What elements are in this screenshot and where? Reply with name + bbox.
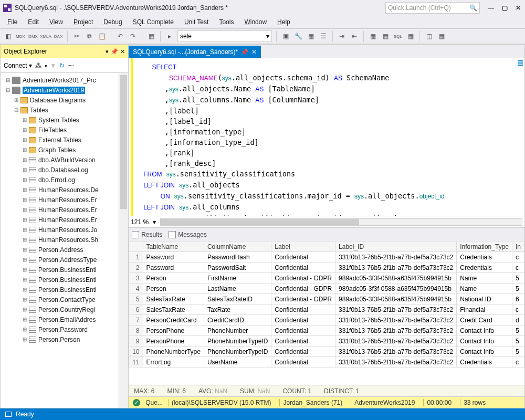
tree-node[interactable]: ⊞Person.Password [2,324,127,334]
expand-toggle[interactable]: ⊞ [22,307,28,312]
expand-toggle[interactable]: ⊞ [22,167,28,173]
tree-node[interactable]: ⊞Person.EmailAddres [2,314,127,324]
menu-edit[interactable]: Edit [24,17,43,27]
toolbar-icon[interactable]: ▦ [437,32,446,41]
tree-node[interactable]: ⊞Database Diagrams [2,95,127,105]
tree-node[interactable]: ⊟Tables [2,105,127,115]
expand-toggle[interactable]: ⊞ [22,127,28,133]
table-row[interactable]: 10PhoneNumberTypePhoneNumberTypeIDConfid… [129,346,524,357]
toolbar-icon[interactable]: ▪ [45,62,47,69]
tree-node[interactable]: ⊞HumanResources.De [2,185,127,195]
toolbar-icon[interactable]: ◧ [3,32,13,41]
toolbar-icon[interactable]: ⁂ [35,62,41,69]
expand-toggle[interactable]: ⊟ [5,87,11,93]
tree-node[interactable]: ⊞Person.CountryRegi [2,304,127,314]
expand-toggle[interactable]: ⊞ [22,197,28,203]
connect-button[interactable]: Connect ▾ [4,62,32,69]
toolbar-icon[interactable]: ▦ [306,32,316,41]
toolbar-icon[interactable]: ▦ [368,32,377,41]
undo-icon[interactable]: ↶ [116,32,125,41]
column-header[interactable]: Label [271,242,335,252]
expand-toggle[interactable]: ⊞ [22,257,28,262]
menu-file[interactable]: File [3,17,22,27]
expand-toggle[interactable]: ⊞ [22,287,28,292]
expand-toggle[interactable]: ⊞ [22,297,28,302]
tree-node[interactable]: ⊞Person.BusinessEnti [2,285,127,295]
expand-toggle[interactable]: ⊞ [22,207,28,213]
horizontal-scrollbar[interactable] [160,218,522,226]
tree-node[interactable]: ⊞Person.Address [2,245,127,255]
toolbar-icon[interactable]: ▦ [406,32,415,41]
table-row[interactable]: 3PersonFirstNameConfidential - GDPR989ad… [129,273,524,284]
column-header[interactable]: ColumnName [204,242,271,252]
tree-node[interactable]: ⊞Person.BusinessEnti [2,275,127,285]
results-grid[interactable]: TableNameColumnNameLabelLabel_IDInformat… [129,241,524,385]
expand-toggle[interactable]: ⊞ [22,337,28,342]
expand-toggle[interactable]: ⊞ [5,77,11,83]
table-row[interactable]: 6SalesTaxRateTaxRateConfidential331f0b13… [129,304,524,315]
tree-node[interactable]: ⊞HumanResources.Jo [2,225,127,235]
pin-icon[interactable]: 📌 [241,49,248,56]
column-header[interactable] [129,242,143,252]
tree-node[interactable]: ⊞Person.Person [2,334,127,344]
tree-node[interactable]: ⊞Graph Tables [2,145,127,155]
expand-toggle[interactable]: ⊞ [22,227,28,233]
filter-icon[interactable]: ▼ [50,62,56,69]
paste-icon[interactable]: 📋 [97,32,107,41]
tab-messages[interactable]: Messages [169,231,207,238]
dropdown-icon[interactable]: ▾ [106,48,109,55]
toolbar-icon[interactable]: ▦ [146,32,156,41]
expand-toggle[interactable]: ⊞ [22,187,28,193]
expand-toggle[interactable]: ⊞ [22,327,28,332]
toolbar-icon[interactable]: DAX [54,32,63,41]
tab-results[interactable]: Results [132,231,162,238]
expand-toggle[interactable]: ⊞ [13,97,19,103]
object-tree[interactable]: ⊞AdventureWorks2017_Prc⊟AdventureWorks20… [1,73,128,408]
column-header[interactable]: Label_ID [335,242,457,252]
maximize-button[interactable]: ▢ [501,4,508,12]
toolbar-icon[interactable]: XMLA [41,32,50,41]
column-header[interactable]: TableName [143,242,204,252]
column-header[interactable]: Information_Type [457,242,512,252]
tree-node[interactable]: ⊞AdventureWorks2017_Prc [2,75,127,85]
tree-node[interactable]: ⊞System Tables [2,115,127,125]
toolbar-icon[interactable]: MDX [16,32,25,41]
toolbar-icon[interactable]: ▣ [281,32,290,41]
cut-icon[interactable]: ✂ [72,32,81,41]
toolbar-icon[interactable]: ☰ [319,32,328,41]
sql-text[interactable]: SELECT SCHEMA_NAME(sys.all_objects.schem… [138,58,524,216]
tree-node[interactable]: ⊞FileTables [2,125,127,135]
expand-toggle[interactable]: ⊞ [22,277,28,282]
menu-project[interactable]: Project [69,17,97,27]
copy-icon[interactable]: ⧉ [85,32,94,41]
expand-toggle[interactable]: ⊞ [22,137,28,143]
menu-help[interactable]: Help [273,17,295,27]
refresh-icon[interactable]: ↻ [59,62,65,69]
expand-toggle[interactable]: ⊞ [22,157,28,163]
table-row[interactable]: 9PersonPhonePhoneNumberTypeIDConfidentia… [129,336,524,346]
pin-icon[interactable]: 📌 [111,48,118,55]
toolbar-icon[interactable]: DMX [28,32,38,41]
toolbar-icon[interactable]: 🔧 [293,32,303,41]
table-row[interactable]: 11ErrorLogUserNameConfidential331f0b13-7… [129,357,524,368]
expand-toggle[interactable]: ⊞ [22,247,28,253]
table-row[interactable]: 8PersonPhonePhoneNumberConfidential331f0… [129,326,524,336]
tree-node[interactable]: ⊟AdventureWorks2019 [2,85,127,95]
toolbar-combo[interactable]: sele▾ [177,30,272,42]
table-row[interactable]: 7PersonCreditCardCreditCardIDConfidentia… [129,315,524,326]
toolbar-icon[interactable]: ▦ [381,32,390,41]
tree-node[interactable]: ⊞dbo.ErrorLog [2,175,127,185]
expand-toggle[interactable]: ⊞ [22,237,28,243]
sql-editor[interactable]: SELECT SCHEMA_NAME(sys.all_objects.schem… [129,58,524,216]
menu-unit-test[interactable]: Unit Test [180,17,213,27]
table-row[interactable]: 2PasswordPasswordSaltConfidential331f0b1… [129,262,524,273]
toolbar-icon[interactable]: SQL [393,32,403,41]
tree-node[interactable]: ⊞Person.AddressType [2,255,127,265]
menu-view[interactable]: View [45,17,67,27]
close-icon[interactable]: ✕ [251,48,257,56]
expand-toggle[interactable]: ⊞ [22,177,28,183]
tree-node[interactable]: ⊞dbo.DatabaseLog [2,165,127,175]
toolbar-icon[interactable]: ⁓ [68,62,74,69]
toolbar-icon[interactable]: ◫ [424,32,434,41]
document-tab[interactable]: SQLQuery6.sql -...(Jordan_Sanders)* 📌 ✕ [129,46,261,58]
